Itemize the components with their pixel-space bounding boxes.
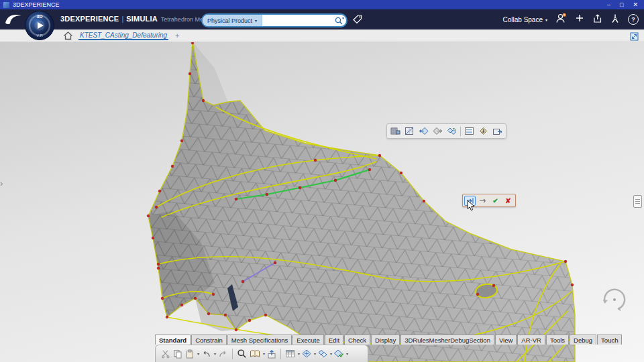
collab-space-dropdown[interactable]: Collab Space ▾	[503, 16, 548, 23]
brand-app: SIMULIA	[126, 15, 158, 23]
user-profile-icon[interactable]	[555, 13, 567, 26]
mesh-prev-icon[interactable]	[417, 125, 430, 137]
document-tab[interactable]: KTEST_CAsting_Defeaturing	[78, 31, 168, 40]
app-icon	[3, 2, 9, 8]
catalog-icon[interactable]	[249, 347, 261, 361]
search-scope-dropdown[interactable]: Physical Product ▾	[203, 15, 262, 26]
mesh-list-icon[interactable]	[463, 125, 476, 137]
skip-forward-button[interactable]	[477, 196, 488, 206]
action-bar-tabs: Standard Constrain Mesh Specifications E…	[155, 335, 623, 345]
mesh-context-toolbar	[386, 123, 506, 139]
tab-edit[interactable]: Edit	[325, 335, 343, 345]
tab-check[interactable]: Check	[344, 335, 370, 345]
3d-viewport[interactable]: ✔ ✘ › Standard Constrain Mesh Specificat…	[0, 42, 644, 362]
search-icon[interactable]	[331, 15, 346, 26]
view-rotation-widget[interactable]	[600, 285, 629, 317]
app-brand: 3DEXPERIENCE|SIMULIATetrahedron Mesher	[60, 15, 215, 23]
tab-ar-vr[interactable]: AR-VR	[517, 335, 545, 345]
tab-display[interactable]: Display	[371, 335, 400, 345]
cut-icon[interactable]	[160, 347, 171, 361]
tab-view[interactable]: View	[495, 335, 517, 345]
caret-down-icon: ▾	[255, 18, 257, 23]
mesh-capture-icon[interactable]	[389, 125, 402, 137]
table-icon[interactable]	[284, 347, 296, 361]
maximize-button[interactable]: □	[620, 1, 623, 8]
home-icon[interactable]	[63, 31, 73, 40]
caret-down-icon[interactable]: ▾	[214, 351, 216, 356]
mesh-quality-icon[interactable]	[333, 347, 344, 361]
tab-mesh-specifications[interactable]: Mesh Specifications	[227, 335, 292, 345]
paste-icon[interactable]	[184, 347, 195, 361]
redo-icon[interactable]	[217, 347, 229, 361]
minimize-button[interactable]: –	[607, 1, 610, 8]
caret-down-icon[interactable]: ▾	[346, 351, 348, 356]
mesh-next-icon[interactable]	[431, 125, 444, 137]
title-bar: 3DEXPERIENCE – □ ✕	[0, 0, 644, 9]
expand-view-icon[interactable]	[630, 32, 639, 44]
undo-icon[interactable]	[201, 347, 212, 361]
toolbar-separator	[232, 349, 233, 359]
mesh-split-icon[interactable]	[403, 125, 416, 137]
mesh-model[interactable]	[0, 42, 644, 362]
brand-platform: 3DEXPERIENCE	[60, 15, 119, 23]
new-tab-button[interactable]: +	[175, 32, 179, 40]
tab-standard[interactable]: Standard	[155, 335, 191, 345]
zoom-icon[interactable]	[236, 347, 248, 361]
action-bar-toolbar: ▾ ▾ ▾ ▾	[155, 345, 368, 362]
tab-tools[interactable]: Tools	[546, 335, 569, 345]
caret-down-icon[interactable]: ▾	[298, 351, 300, 356]
mesh-transfer-icon[interactable]	[477, 125, 490, 137]
ok-button[interactable]: ✔	[490, 196, 501, 206]
dassault-logo-icon	[5, 13, 22, 29]
mesh-part-icon[interactable]	[301, 347, 312, 361]
application-window: 3DEXPERIENCE – □ ✕ 3D V.R 3DEXPERIENCE|S…	[0, 0, 644, 362]
tab-touch[interactable]: Touch	[597, 335, 622, 345]
main-toolbar: 3D V.R 3DEXPERIENCE|SIMULIATetrahedron M…	[0, 9, 644, 29]
toolbar-separator	[460, 127, 461, 136]
add-content-icon[interactable]	[575, 13, 584, 25]
tab-3drulesmesherdebugsection[interactable]: 3DRulesMesherDebugSection	[400, 335, 494, 345]
tab-constrain[interactable]: Constrain	[191, 335, 227, 345]
close-button[interactable]: ✕	[633, 1, 638, 8]
window-title: 3DEXPERIENCE	[13, 1, 60, 8]
toolbar-separator	[280, 349, 281, 359]
search-input[interactable]	[262, 15, 331, 26]
mesh-update-icon[interactable]	[445, 125, 458, 137]
tag-icon[interactable]	[352, 14, 363, 27]
caret-down-icon[interactable]: ▾	[197, 351, 199, 356]
3d-compass-icon[interactable]: 3D V.R	[24, 10, 55, 44]
tab-execute[interactable]: Execute	[292, 335, 323, 345]
svg-text:V.R: V.R	[36, 34, 43, 38]
chevron-down-icon: ▾	[545, 17, 547, 22]
help-icon[interactable]: ?	[628, 14, 639, 25]
tab-debug[interactable]: Debug	[570, 335, 596, 345]
cancel-button[interactable]: ✘	[502, 196, 514, 206]
mesh-group-icon[interactable]	[317, 347, 328, 361]
svg-text:3D: 3D	[37, 14, 43, 19]
caret-down-icon[interactable]: ▾	[263, 351, 265, 356]
copy-icon[interactable]	[172, 347, 183, 361]
mouse-cursor	[467, 200, 476, 215]
left-panel-flyout[interactable]: ›	[0, 179, 3, 188]
share-icon[interactable]	[592, 13, 602, 26]
mesh-export-icon[interactable]	[491, 125, 504, 137]
document-tab-bar: KTEST_CAsting_Defeaturing +	[0, 29, 644, 42]
caret-down-icon[interactable]: ▾	[330, 351, 332, 356]
global-search: Physical Product ▾	[201, 13, 347, 27]
tools-icon[interactable]	[610, 13, 620, 26]
caret-down-icon[interactable]: ▾	[314, 351, 316, 356]
right-panel-toggle[interactable]	[633, 195, 642, 208]
publish-icon[interactable]	[266, 347, 277, 361]
